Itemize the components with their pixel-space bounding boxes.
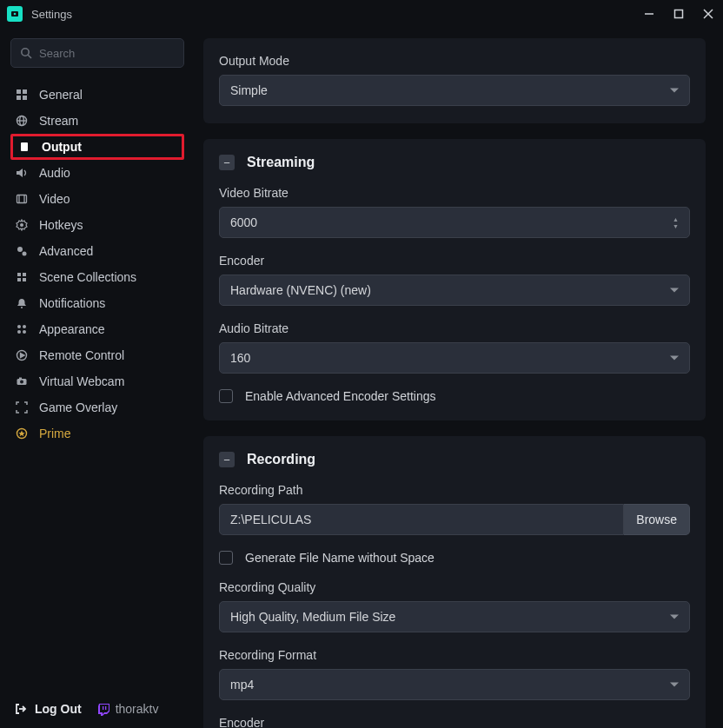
audio-bitrate-select[interactable]: 160	[219, 342, 690, 374]
sliders-icon	[16, 323, 30, 335]
sidebar-item-label: Remote Control	[39, 348, 124, 362]
sidebar-item-hotkeys[interactable]: Hotkeys	[10, 212, 184, 238]
sidebar-item-virtual-webcam[interactable]: Virtual Webcam	[10, 368, 184, 394]
collapse-toggle[interactable]: −	[219, 155, 235, 170]
audio-bitrate-label: Audio Bitrate	[219, 321, 690, 335]
video-bitrate-input[interactable]: 6000 ▲▼	[219, 207, 690, 238]
sidebar-item-notifications[interactable]: Notifications	[10, 290, 184, 316]
window-controls	[641, 6, 716, 22]
search-input[interactable]	[39, 47, 175, 60]
chevron-down-icon	[670, 356, 679, 361]
sidebar-item-audio[interactable]: Audio	[10, 160, 184, 186]
streaming-panel: − Streaming Video Bitrate 6000 ▲▼ Encode…	[203, 139, 706, 420]
recording-quality-select[interactable]: High Quality, Medium File Size	[219, 601, 690, 632]
gears-icon	[16, 245, 30, 257]
sidebar-item-output[interactable]: Output	[10, 134, 184, 160]
sidebar: General Stream Output Audio Video Hotkey…	[10, 38, 184, 728]
app-icon	[7, 6, 23, 22]
chevron-down-icon	[670, 683, 679, 687]
recording-title: Recording	[247, 452, 315, 467]
svg-rect-28	[23, 278, 26, 281]
svg-rect-9	[23, 89, 27, 94]
close-button[interactable]	[700, 6, 716, 22]
svg-rect-43	[105, 706, 106, 710]
checkbox-icon	[219, 551, 233, 565]
sidebar-item-appearance[interactable]: Appearance	[10, 316, 184, 342]
streaming-header: − Streaming	[219, 155, 690, 170]
globe-icon	[16, 115, 30, 127]
checkbox-icon	[219, 389, 233, 403]
search-icon	[20, 47, 32, 59]
filename-nospace-checkbox[interactable]: Generate File Name without Space	[219, 551, 690, 565]
sidebar-item-stream[interactable]: Stream	[10, 108, 184, 134]
search-box[interactable]	[10, 38, 184, 68]
play-circle-icon	[16, 349, 30, 361]
recording-format-value: mp4	[230, 678, 254, 692]
output-mode-select[interactable]: Simple	[219, 75, 690, 106]
recording-path-input[interactable]: Z:\PELICULAS	[219, 504, 624, 535]
sidebar-item-label: Game Overlay	[39, 400, 117, 414]
svg-point-24	[23, 252, 27, 256]
logout-label: Log Out	[35, 702, 82, 716]
svg-line-7	[28, 55, 31, 58]
sidebar-item-game-overlay[interactable]: Game Overlay	[10, 394, 184, 420]
streaming-encoder-label: Encoder	[219, 254, 690, 268]
chevron-down-icon	[670, 615, 679, 619]
username: thoraktv	[116, 702, 159, 716]
sidebar-item-scene-collections[interactable]: Scene Collections	[10, 264, 184, 290]
svg-marker-35	[21, 354, 25, 358]
streaming-encoder-select[interactable]: Hardware (NVENC) (new)	[219, 275, 690, 306]
recording-path-label: Recording Path	[219, 483, 690, 497]
star-icon	[16, 427, 30, 440]
speaker-icon	[16, 167, 30, 179]
sidebar-item-advanced[interactable]: Advanced	[10, 238, 184, 264]
sidebar-item-label: Advanced	[39, 244, 93, 258]
svg-point-30	[17, 325, 21, 328]
sidebar-item-general[interactable]: General	[10, 82, 184, 108]
recording-encoder-label: Encoder	[219, 716, 690, 728]
gear-icon	[16, 219, 30, 231]
svg-point-1	[14, 13, 17, 16]
spinner-icon[interactable]: ▲▼	[673, 216, 679, 229]
collapse-toggle[interactable]: −	[219, 452, 235, 467]
sidebar-item-label: Video	[39, 192, 70, 206]
film-icon	[16, 193, 30, 205]
recording-quality-value: High Quality, Medium File Size	[230, 610, 395, 624]
svg-rect-42	[103, 706, 103, 710]
recording-path-value: Z:\PELICULAS	[230, 513, 311, 526]
puzzle-icon	[16, 271, 30, 283]
svg-marker-40	[18, 431, 24, 437]
window-title: Settings	[31, 8, 641, 21]
maximize-button[interactable]	[671, 6, 687, 22]
svg-rect-27	[17, 278, 21, 281]
advanced-encoder-label: Enable Advanced Encoder Settings	[245, 389, 436, 403]
user-link[interactable]: thoraktv	[97, 702, 159, 716]
output-icon	[18, 141, 32, 153]
minimize-button[interactable]	[641, 6, 657, 22]
sidebar-item-prime[interactable]: Prime	[10, 420, 184, 447]
svg-rect-11	[23, 96, 27, 100]
logout-button[interactable]: Log Out	[14, 702, 82, 716]
recording-quality-label: Recording Quality	[219, 580, 690, 594]
svg-point-29	[21, 307, 23, 308]
sidebar-footer: Log Out thoraktv	[10, 690, 184, 728]
sidebar-item-label: Stream	[39, 114, 78, 128]
sidebar-item-video[interactable]: Video	[10, 186, 184, 212]
recording-format-label: Recording Format	[219, 648, 690, 662]
svg-rect-25	[17, 273, 21, 276]
expand-icon	[16, 401, 30, 414]
sidebar-item-label: Appearance	[39, 322, 105, 336]
browse-button[interactable]: Browse	[624, 504, 690, 535]
output-mode-label: Output Mode	[219, 54, 690, 68]
svg-point-31	[23, 325, 26, 328]
sidebar-item-remote-control[interactable]: Remote Control	[10, 342, 184, 368]
output-mode-panel: Output Mode Simple	[203, 38, 706, 123]
advanced-encoder-checkbox[interactable]: Enable Advanced Encoder Settings	[219, 389, 690, 403]
streaming-title: Streaming	[247, 155, 315, 170]
svg-rect-8	[17, 89, 21, 94]
sidebar-item-label: Output	[42, 140, 82, 154]
svg-point-6	[22, 49, 29, 56]
svg-rect-38	[19, 378, 22, 380]
recording-format-select[interactable]: mp4	[219, 669, 690, 700]
sidebar-item-label: General	[39, 88, 83, 102]
